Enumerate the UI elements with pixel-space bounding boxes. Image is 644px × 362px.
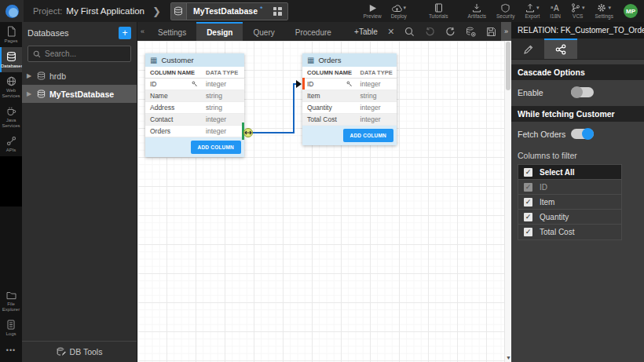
table-row[interactable]: Contact integer (145, 114, 244, 126)
tab-query[interactable]: Query (243, 22, 284, 41)
artifacts-button[interactable]: Artifacts (467, 3, 485, 19)
tab-settings[interactable]: Settings (148, 22, 196, 41)
scrollbar-thumb[interactable] (506, 42, 510, 90)
i18n-button[interactable]: Aa I18N (550, 4, 561, 19)
table-header-orders[interactable]: ▦ Orders (302, 53, 397, 67)
column-filter-id[interactable]: ✓ ID (518, 180, 621, 195)
vcs-button[interactable]: ▾ VCS (571, 3, 585, 19)
close-icon[interactable]: × (388, 27, 394, 36)
add-column-button[interactable]: ADD COLUMN (191, 141, 241, 154)
sidebar-item-apis[interactable]: APIs (0, 132, 22, 156)
save-icon[interactable] (486, 27, 496, 37)
checkbox-checked-icon[interactable]: ✓ (524, 168, 532, 177)
canvas-vertical-scrollbar[interactable]: ▼ (504, 41, 511, 362)
checkbox-checked-icon[interactable]: ✓ (524, 228, 532, 236)
sidebar-item-logs[interactable]: Logs (0, 316, 22, 340)
redo-icon[interactable] (445, 27, 456, 36)
upload-icon (525, 3, 535, 13)
app-logo[interactable] (0, 0, 24, 22)
db-tools-button[interactable]: DB Tools (22, 341, 137, 362)
user-avatar[interactable]: MP (624, 4, 638, 18)
expand-arrow-icon[interactable]: ▶ (27, 72, 33, 79)
tree-item-label: MyTestDatabase (49, 90, 114, 99)
table-card-orders[interactable]: ▦ Orders COLUMN NAME DATA TYPE ID intege… (302, 53, 397, 145)
add-table-button[interactable]: +Table (354, 27, 378, 36)
table-header-customer[interactable]: ▦ Customer (145, 53, 244, 67)
settings-button[interactable]: ▾ Settings (595, 3, 614, 19)
column-headers: COLUMN NAME DATA TYPE (302, 67, 397, 79)
while-fetching-header: While fetching Customer (511, 106, 644, 122)
caret-down-icon: ▾ (536, 5, 540, 11)
expand-arrow-icon[interactable]: ▶ (27, 90, 33, 97)
table-row[interactable]: Total Cost integer (302, 114, 397, 126)
page-icon (6, 26, 16, 37)
schema-design-canvas[interactable]: ▦ Customer COLUMN NAME DATA TYPE ID inte… (137, 41, 511, 362)
folder-icon (6, 291, 16, 300)
search-icon[interactable] (404, 27, 415, 37)
undo-icon[interactable] (425, 27, 435, 36)
table-row[interactable]: ID integer (145, 79, 244, 90)
search-input[interactable] (45, 49, 148, 58)
expand-panel-button[interactable]: » (501, 22, 511, 41)
add-database-button[interactable]: + (119, 27, 131, 39)
topbar-right-actions: Artifacts Security ▾ Export Aa I18N ▾ VC… (467, 3, 644, 19)
database-tab[interactable]: MyTestDatabase * (170, 2, 288, 20)
checkbox-checked-disabled-icon: ✓ (524, 183, 532, 192)
enable-toggle[interactable] (571, 87, 594, 97)
fetch-orders-toggle[interactable] (571, 129, 594, 139)
db-update-icon[interactable] (466, 27, 476, 37)
sidebar-item-databases[interactable]: Databases (0, 47, 22, 72)
tab-edit-relation[interactable] (511, 38, 544, 59)
sidebar-item-java-services[interactable]: Java Services (0, 102, 22, 132)
table-row-id-fk-target[interactable]: ID integer (302, 79, 397, 90)
book-icon (434, 3, 443, 13)
table-row[interactable]: Quantity integer (302, 102, 397, 114)
tab-relation-options[interactable] (544, 38, 577, 59)
column-filter-total-cost[interactable]: ✓ Total Cost (518, 225, 621, 240)
checkbox-checked-icon[interactable]: ✓ (524, 213, 532, 221)
export-button[interactable]: ▾ Export (525, 3, 540, 19)
sidebar-item-pages[interactable]: Pages (0, 22, 22, 47)
sidebar-item-file-explorer[interactable]: File Explorer (0, 287, 22, 316)
tab-design[interactable]: Design (196, 22, 243, 41)
table-row[interactable]: Address string (145, 102, 244, 114)
relation-anchor-icon (244, 129, 253, 137)
scrollbar-down-arrow[interactable]: ▼ (505, 353, 511, 361)
column-headers: COLUMN NAME DATA TYPE (145, 67, 244, 79)
primary-key-icon (192, 81, 198, 87)
column-filter-select-all[interactable]: ✓ Select All (518, 165, 621, 180)
wavemaker-logo-icon (5, 5, 19, 18)
caret-down-icon: ▾ (404, 5, 407, 11)
top-bar: Project: My First Application ❯ MyTestDa… (0, 0, 644, 22)
tree-item-hrdb[interactable]: ▶ hrdb (22, 67, 137, 85)
sidebar-item-web-services[interactable]: Web Services (0, 72, 22, 102)
project-name[interactable]: My First Application (66, 6, 145, 16)
table-row-orders-fk[interactable]: Orders integer (145, 126, 244, 137)
share-relation-icon (555, 44, 566, 55)
panel-title: Databases (27, 28, 119, 38)
checkbox-checked-icon[interactable]: ✓ (524, 198, 532, 207)
add-column-button[interactable]: ADD COLUMN (343, 129, 393, 142)
table-card-customer[interactable]: ▦ Customer COLUMN NAME DATA TYPE ID inte… (145, 53, 244, 157)
collapse-panel-button[interactable]: « (137, 22, 148, 41)
deploy-button[interactable]: ▾ Deploy (391, 4, 407, 19)
enable-label: Enable (518, 88, 571, 97)
left-nav: Pages Databases Web Services Java Servic… (0, 22, 22, 362)
tutorials-button[interactable]: Tutorials (429, 3, 448, 19)
database-icon (37, 71, 46, 80)
nav-empty-block (0, 156, 22, 207)
database-search[interactable] (27, 46, 131, 62)
tab-procedure[interactable]: Procedure (285, 22, 342, 41)
dashboard-grid-icon[interactable] (273, 7, 282, 16)
tree-item-mytestdatabase[interactable]: ▶ MyTestDatabase (22, 85, 137, 103)
preview-button[interactable]: Preview (364, 4, 382, 19)
primary-key-icon (346, 81, 353, 87)
column-filter-item[interactable]: ✓ Item (518, 195, 621, 210)
column-filter-quantity[interactable]: ✓ Quantity (518, 210, 621, 225)
table-row[interactable]: Name string (145, 90, 244, 102)
security-button[interactable]: Security (496, 3, 514, 19)
table-row[interactable]: Item string (302, 90, 397, 102)
nav-more-button[interactable]: ••• (0, 340, 22, 362)
caret-down-icon: ▾ (582, 5, 585, 11)
translate-icon: Aa (551, 4, 561, 13)
